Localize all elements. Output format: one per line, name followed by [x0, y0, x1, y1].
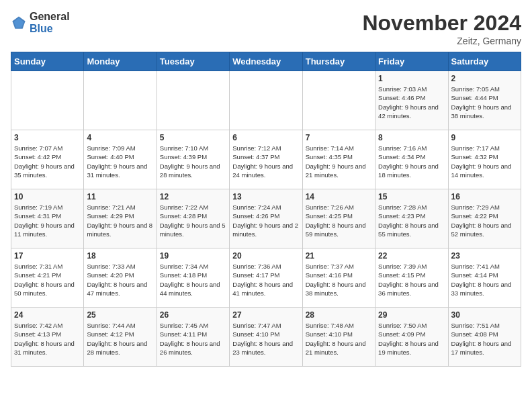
- calendar-week-2: 3Sunrise: 7:07 AM Sunset: 4:42 PM Daylig…: [11, 130, 521, 189]
- day-info: Sunrise: 7:12 AM Sunset: 4:37 PM Dayligh…: [232, 144, 299, 179]
- column-header-saturday: Saturday: [448, 52, 521, 71]
- calendar-cell: 1Sunrise: 7:03 AM Sunset: 4:46 PM Daylig…: [375, 71, 448, 130]
- day-number: 5: [160, 133, 226, 142]
- calendar-cell: 20Sunrise: 7:36 AM Sunset: 4:17 PM Dayli…: [230, 248, 302, 308]
- calendar-cell: 2Sunrise: 7:05 AM Sunset: 4:44 PM Daylig…: [448, 71, 521, 130]
- calendar-cell: 18Sunrise: 7:33 AM Sunset: 4:20 PM Dayli…: [84, 248, 157, 308]
- day-info: Sunrise: 7:16 AM Sunset: 4:34 PM Dayligh…: [378, 144, 445, 179]
- calendar-cell: 26Sunrise: 7:45 AM Sunset: 4:11 PM Dayli…: [157, 308, 229, 367]
- calendar-cell: [84, 71, 157, 130]
- day-info: Sunrise: 7:36 AM Sunset: 4:17 PM Dayligh…: [232, 262, 299, 298]
- day-info: Sunrise: 7:14 AM Sunset: 4:35 PM Dayligh…: [306, 144, 372, 179]
- calendar-cell: 14Sunrise: 7:26 AM Sunset: 4:25 PM Dayli…: [302, 189, 375, 248]
- day-number: 28: [306, 310, 372, 320]
- column-header-tuesday: Tuesday: [157, 52, 229, 71]
- calendar-cell: [11, 71, 84, 130]
- day-number: 17: [14, 251, 81, 261]
- column-header-sunday: Sunday: [11, 52, 84, 71]
- day-number: 8: [378, 133, 445, 142]
- day-info: Sunrise: 7:41 AM Sunset: 4:14 PM Dayligh…: [451, 262, 518, 298]
- logo-general: General: [30, 11, 70, 23]
- day-number: 11: [87, 192, 153, 201]
- day-number: 10: [14, 192, 81, 201]
- calendar-cell: 15Sunrise: 7:28 AM Sunset: 4:23 PM Dayli…: [375, 189, 448, 248]
- column-header-thursday: Thursday: [302, 52, 375, 71]
- day-info: Sunrise: 7:26 AM Sunset: 4:25 PM Dayligh…: [306, 203, 372, 238]
- day-number: 14: [306, 192, 372, 201]
- day-number: 26: [160, 310, 226, 320]
- day-number: 18: [87, 251, 153, 261]
- day-info: Sunrise: 7:09 AM Sunset: 4:40 PM Dayligh…: [87, 144, 153, 179]
- day-number: 23: [451, 251, 518, 261]
- day-number: 21: [306, 251, 372, 261]
- day-info: Sunrise: 7:10 AM Sunset: 4:39 PM Dayligh…: [160, 144, 226, 179]
- day-number: 24: [14, 310, 81, 320]
- day-number: 4: [87, 133, 153, 142]
- calendar-cell: 30Sunrise: 7:51 AM Sunset: 4:08 PM Dayli…: [448, 308, 521, 367]
- day-number: 7: [306, 133, 372, 142]
- day-info: Sunrise: 7:39 AM Sunset: 4:15 PM Dayligh…: [378, 262, 445, 298]
- day-number: 15: [378, 192, 445, 201]
- day-number: 30: [451, 310, 518, 320]
- day-number: 29: [378, 310, 445, 320]
- day-number: 19: [160, 251, 226, 261]
- day-info: Sunrise: 7:50 AM Sunset: 4:09 PM Dayligh…: [378, 321, 445, 357]
- logo-blue: Blue: [30, 23, 70, 35]
- day-number: 16: [451, 192, 518, 201]
- column-header-wednesday: Wednesday: [230, 52, 302, 71]
- day-number: 3: [14, 133, 81, 142]
- title-section: November 2024 Zeitz, Germany: [362, 11, 521, 46]
- calendar-cell: 28Sunrise: 7:48 AM Sunset: 4:10 PM Dayli…: [302, 308, 375, 367]
- day-info: Sunrise: 7:03 AM Sunset: 4:46 PM Dayligh…: [378, 85, 445, 120]
- day-info: Sunrise: 7:21 AM Sunset: 4:29 PM Dayligh…: [87, 203, 153, 238]
- calendar-week-1: 1Sunrise: 7:03 AM Sunset: 4:46 PM Daylig…: [11, 71, 521, 130]
- calendar-cell: 8Sunrise: 7:16 AM Sunset: 4:34 PM Daylig…: [375, 130, 448, 189]
- calendar-cell: 19Sunrise: 7:34 AM Sunset: 4:18 PM Dayli…: [157, 248, 229, 308]
- calendar-cell: 21Sunrise: 7:37 AM Sunset: 4:16 PM Dayli…: [302, 248, 375, 308]
- location: Zeitz, Germany: [362, 36, 521, 46]
- calendar-header-row: SundayMondayTuesdayWednesdayThursdayFrid…: [11, 52, 521, 71]
- day-info: Sunrise: 7:28 AM Sunset: 4:23 PM Dayligh…: [378, 203, 445, 238]
- column-header-friday: Friday: [375, 52, 448, 71]
- calendar-cell: 6Sunrise: 7:12 AM Sunset: 4:37 PM Daylig…: [230, 130, 302, 189]
- calendar-cell: 5Sunrise: 7:10 AM Sunset: 4:39 PM Daylig…: [157, 130, 229, 189]
- logo-text: General Blue: [30, 11, 70, 34]
- calendar-cell: 27Sunrise: 7:47 AM Sunset: 4:10 PM Dayli…: [230, 308, 302, 367]
- day-info: Sunrise: 7:17 AM Sunset: 4:32 PM Dayligh…: [451, 144, 518, 179]
- calendar-cell: 13Sunrise: 7:24 AM Sunset: 4:26 PM Dayli…: [230, 189, 302, 248]
- day-info: Sunrise: 7:05 AM Sunset: 4:44 PM Dayligh…: [451, 85, 518, 120]
- calendar-cell: 9Sunrise: 7:17 AM Sunset: 4:32 PM Daylig…: [448, 130, 521, 189]
- calendar-cell: 11Sunrise: 7:21 AM Sunset: 4:29 PM Dayli…: [84, 189, 157, 248]
- day-info: Sunrise: 7:31 AM Sunset: 4:21 PM Dayligh…: [14, 262, 81, 298]
- day-info: Sunrise: 7:44 AM Sunset: 4:12 PM Dayligh…: [87, 321, 153, 357]
- calendar-cell: 29Sunrise: 7:50 AM Sunset: 4:09 PM Dayli…: [375, 308, 448, 367]
- calendar-week-4: 17Sunrise: 7:31 AM Sunset: 4:21 PM Dayli…: [11, 248, 521, 308]
- calendar-cell: [157, 71, 229, 130]
- day-info: Sunrise: 7:47 AM Sunset: 4:10 PM Dayligh…: [232, 321, 299, 357]
- calendar-cell: 22Sunrise: 7:39 AM Sunset: 4:15 PM Dayli…: [375, 248, 448, 308]
- calendar-table: SundayMondayTuesdayWednesdayThursdayFrid…: [11, 52, 521, 367]
- day-number: 12: [160, 192, 226, 201]
- day-number: 2: [451, 74, 518, 83]
- calendar-cell: 23Sunrise: 7:41 AM Sunset: 4:14 PM Dayli…: [448, 248, 521, 308]
- calendar-cell: [230, 71, 302, 130]
- day-number: 6: [232, 133, 299, 142]
- calendar-cell: 10Sunrise: 7:19 AM Sunset: 4:31 PM Dayli…: [11, 189, 84, 248]
- day-info: Sunrise: 7:24 AM Sunset: 4:26 PM Dayligh…: [232, 203, 299, 238]
- calendar-cell: 12Sunrise: 7:22 AM Sunset: 4:28 PM Dayli…: [157, 189, 229, 248]
- day-number: 25: [87, 310, 153, 320]
- calendar-cell: 3Sunrise: 7:07 AM Sunset: 4:42 PM Daylig…: [11, 130, 84, 189]
- logo-icon: [11, 15, 27, 31]
- logo: General Blue: [11, 11, 70, 34]
- day-info: Sunrise: 7:19 AM Sunset: 4:31 PM Dayligh…: [14, 203, 81, 238]
- day-number: 1: [378, 74, 445, 83]
- calendar-cell: 4Sunrise: 7:09 AM Sunset: 4:40 PM Daylig…: [84, 130, 157, 189]
- day-info: Sunrise: 7:48 AM Sunset: 4:10 PM Dayligh…: [306, 321, 372, 357]
- day-number: 20: [232, 251, 299, 261]
- calendar-cell: 7Sunrise: 7:14 AM Sunset: 4:35 PM Daylig…: [302, 130, 375, 189]
- day-info: Sunrise: 7:29 AM Sunset: 4:22 PM Dayligh…: [451, 203, 518, 238]
- day-info: Sunrise: 7:07 AM Sunset: 4:42 PM Dayligh…: [14, 144, 81, 179]
- day-info: Sunrise: 7:51 AM Sunset: 4:08 PM Dayligh…: [451, 321, 518, 357]
- day-info: Sunrise: 7:37 AM Sunset: 4:16 PM Dayligh…: [306, 262, 372, 298]
- column-header-monday: Monday: [84, 52, 157, 71]
